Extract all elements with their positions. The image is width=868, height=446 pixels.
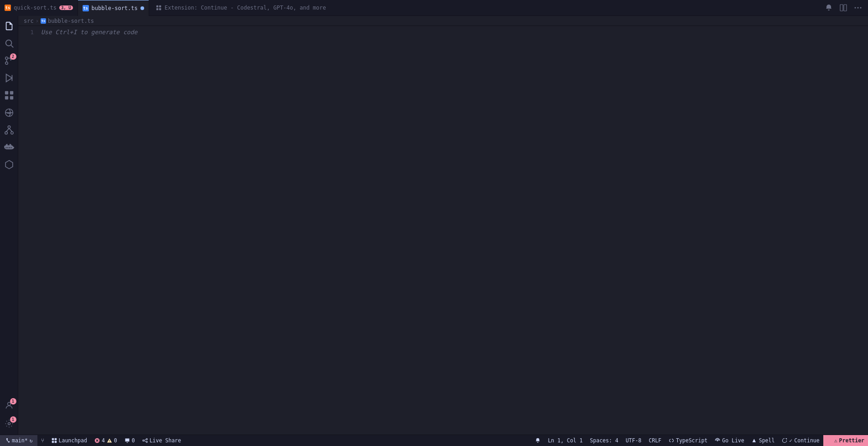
svg-rect-2 xyxy=(156,8,158,10)
status-spaces[interactable]: Spaces: 4 xyxy=(586,435,622,446)
prettier-label: Prettier xyxy=(839,437,864,444)
sidebar-item-settings[interactable]: 1 xyxy=(1,415,17,432)
svg-marker-14 xyxy=(6,74,12,82)
notifications-button[interactable] xyxy=(822,1,835,14)
svg-rect-32 xyxy=(54,441,57,443)
live-share-icon xyxy=(142,438,148,443)
status-messages[interactable]: 0 xyxy=(121,435,139,446)
svg-point-27 xyxy=(7,402,10,405)
editor-area: src › ts bubble-sort.ts 1 Use Ctrl+I to … xyxy=(18,16,868,435)
tab-extension[interactable]: Extension: Continue - Codestral, GPT-4o,… xyxy=(149,5,333,11)
svg-point-11 xyxy=(5,57,8,60)
sidebar-item-remote[interactable] xyxy=(1,104,17,121)
code-line-1: Use Ctrl+I to generate code xyxy=(39,28,868,37)
extension-tab-label: Extension: Continue - Codestral, GPT-4o,… xyxy=(165,5,326,11)
more-button[interactable] xyxy=(852,1,864,14)
status-more-git[interactable]: ⑂ xyxy=(37,435,48,446)
svg-rect-29 xyxy=(52,438,54,441)
status-line-ending[interactable]: CRLF xyxy=(645,435,665,446)
main-layout: 2 xyxy=(0,16,868,435)
status-left: main* ↻ ⑂ Launchpad 4 xyxy=(0,435,185,446)
layout-button[interactable] xyxy=(837,1,850,14)
tab-quick-sort[interactable]: ts quick-sort.ts 3, U xyxy=(0,0,78,16)
svg-point-8 xyxy=(860,7,862,9)
spell-label: Spell xyxy=(759,437,775,444)
svg-rect-17 xyxy=(10,91,13,94)
broadcast-icon xyxy=(715,438,720,443)
bell-icon xyxy=(825,4,832,11)
ts-icon-bubble-sort: ts xyxy=(83,5,89,11)
svg-point-40 xyxy=(146,439,147,440)
launchpad-label: Launchpad xyxy=(59,437,87,444)
status-spell[interactable]: Spell xyxy=(748,435,779,446)
status-live-share[interactable]: Live Share xyxy=(139,435,185,446)
remote-icon xyxy=(4,108,14,118)
search-icon xyxy=(4,38,14,48)
status-errors[interactable]: 4 0 xyxy=(91,435,121,446)
sidebar-item-accounts[interactable]: 1 xyxy=(1,397,17,414)
status-bell[interactable] xyxy=(531,435,544,446)
svg-rect-30 xyxy=(54,438,57,441)
breadcrumb-ts-icon: ts xyxy=(41,18,46,24)
svg-rect-16 xyxy=(5,91,8,94)
position-label: Ln 1, Col 1 xyxy=(548,437,582,444)
language-label: TypeScript xyxy=(676,437,707,444)
sidebar-item-gitlens[interactable] xyxy=(1,122,17,138)
svg-marker-26 xyxy=(5,161,13,169)
sidebar-item-source-control[interactable]: 2 xyxy=(1,52,17,69)
sidebar-item-explorer[interactable] xyxy=(1,18,17,34)
status-launchpad[interactable]: Launchpad xyxy=(48,435,91,446)
breadcrumb-src[interactable]: src xyxy=(24,18,34,24)
svg-point-44 xyxy=(717,440,718,441)
prettier-warning: ⚠ xyxy=(834,437,837,444)
status-bell-icon xyxy=(535,438,541,443)
code-content[interactable]: Use Ctrl+I to generate code xyxy=(39,26,868,435)
line-ending-label: CRLF xyxy=(649,437,661,444)
run-icon xyxy=(4,73,14,83)
gitlens-icon xyxy=(4,125,14,135)
svg-line-25 xyxy=(9,128,12,131)
svg-point-22 xyxy=(5,132,7,135)
more-icon xyxy=(854,4,862,11)
status-encoding[interactable]: UTF-8 xyxy=(622,435,645,446)
sidebar-item-search[interactable] xyxy=(1,35,17,52)
svg-point-9 xyxy=(5,40,11,46)
statusbar: main* ↻ ⑂ Launchpad 4 xyxy=(0,435,868,446)
code-line-1-text: Use Ctrl+I to generate code xyxy=(41,29,137,36)
sidebar-item-hexagon[interactable] xyxy=(1,156,17,173)
source-control-badge: 2 xyxy=(10,53,16,60)
breadcrumb-file[interactable]: bubble-sort.ts xyxy=(48,18,94,24)
ts-icon-quick-sort: ts xyxy=(5,5,11,11)
svg-point-38 xyxy=(109,441,109,442)
docker-icon xyxy=(4,142,14,152)
status-position[interactable]: Ln 1, Col 1 xyxy=(544,435,586,446)
status-continue[interactable]: ✓ Continue xyxy=(778,435,823,446)
status-git-branch[interactable]: main* ↻ xyxy=(0,435,37,446)
spaces-label: Spaces: 4 xyxy=(590,437,618,444)
svg-rect-18 xyxy=(5,96,8,99)
tab-modified-dot xyxy=(140,6,144,10)
sidebar-item-extensions[interactable] xyxy=(1,87,17,104)
errors-count: 4 xyxy=(102,437,105,444)
sidebar-item-docker[interactable] xyxy=(1,139,17,156)
prettier-icon xyxy=(827,438,832,443)
hexagon-icon xyxy=(4,160,14,170)
sidebar-item-run[interactable] xyxy=(1,70,17,86)
svg-point-41 xyxy=(146,441,147,443)
encoding-label: UTF-8 xyxy=(626,437,642,444)
status-go-live[interactable]: Go Live xyxy=(711,435,748,446)
svg-point-39 xyxy=(142,440,144,441)
error-icon xyxy=(94,438,100,443)
layout-icon xyxy=(840,4,847,11)
extension-icon xyxy=(156,5,162,11)
svg-rect-0 xyxy=(156,5,158,7)
message-icon xyxy=(125,438,130,443)
sync-icon: ↻ xyxy=(30,437,33,444)
code-editor[interactable]: 1 Use Ctrl+I to generate code xyxy=(18,26,868,435)
svg-point-23 xyxy=(10,132,13,135)
braces-icon xyxy=(669,438,674,443)
status-language[interactable]: TypeScript xyxy=(665,435,711,446)
continue-label: Continue xyxy=(794,437,819,444)
tab-bubble-sort[interactable]: ts bubble-sort.ts xyxy=(78,0,149,16)
status-prettier[interactable]: ⚠ Prettier xyxy=(823,435,868,446)
